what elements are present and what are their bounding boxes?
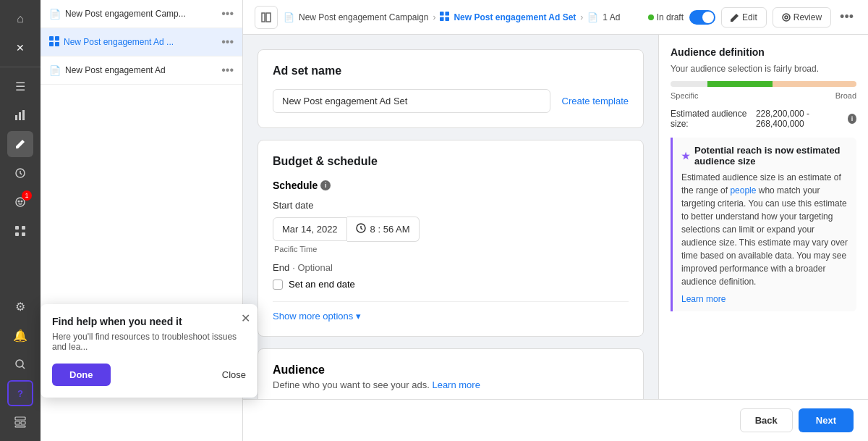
right-sidebar: Audience definition Your audience select…	[658, 35, 868, 399]
svg-rect-19	[49, 42, 54, 46]
bell-icon[interactable]: 🔔	[7, 322, 33, 348]
svg-rect-20	[55, 42, 59, 46]
draft-badge: In draft	[648, 12, 684, 22]
end-label: End · Optional	[273, 262, 629, 273]
ad-more-button[interactable]: •••	[221, 64, 234, 77]
svg-point-28	[785, 16, 788, 19]
ad-set-name-title: Ad set name	[273, 64, 629, 77]
date-input[interactable]: Mar 14, 2022	[273, 217, 347, 241]
ad-page-icon: 📄	[49, 65, 61, 76]
svg-rect-18	[55, 36, 59, 41]
estimated-audience: Estimated audience size: 228,200,000 - 2…	[671, 109, 856, 129]
apps-grid-icon[interactable]	[7, 218, 33, 244]
bc-ad-page-icon: 📄	[587, 12, 598, 22]
draft-label: In draft	[657, 12, 684, 22]
status-toggle[interactable]	[689, 10, 715, 25]
help-popup-text: Here you'll find resources to troublesho…	[52, 332, 246, 352]
svg-rect-8	[22, 226, 25, 230]
svg-rect-10	[22, 232, 25, 236]
campaign-item-campaign[interactable]: 📄 New Post engagement Camp... •••	[41, 0, 242, 28]
bc-campaign-label[interactable]: New Post engagement Campaign	[299, 12, 428, 22]
home-icon[interactable]: ⌂	[7, 6, 33, 32]
estimated-audience-value: 228,200,000 - 268,400,000	[756, 109, 845, 129]
campaign-more-button[interactable]: •••	[221, 7, 234, 20]
svg-point-6	[21, 201, 22, 202]
schedule-info-icon[interactable]: i	[320, 180, 331, 190]
ad-set-name-input[interactable]: New Post engagement Ad Set	[273, 89, 550, 113]
audience-learn-more-link[interactable]: Learn more	[432, 379, 480, 390]
left-sidebar: ⌂ ✕ ☰ 1 ⚙ 🔔 ?	[0, 0, 41, 441]
budget-schedule-title: Budget & schedule	[273, 155, 629, 168]
time-input[interactable]: 8 : 56 AM	[347, 217, 420, 242]
adset-grid-icon	[49, 36, 59, 49]
info-box-text: Estimated audience size is an estimate o…	[681, 171, 848, 288]
svg-rect-0	[15, 115, 17, 120]
svg-rect-21	[262, 13, 265, 22]
help-done-button[interactable]: Done	[52, 364, 111, 386]
review-button[interactable]: Review	[773, 7, 831, 28]
menu-icon[interactable]: ☰	[7, 73, 33, 99]
bc-adset-icon	[440, 12, 449, 23]
bc-ad-label[interactable]: 1 Ad	[603, 12, 620, 22]
content-area: Ad set name New Post engagement Ad Set C…	[243, 35, 868, 399]
svg-rect-2	[22, 110, 25, 120]
close-icon[interactable]: ✕	[7, 35, 33, 61]
svg-rect-7	[15, 226, 19, 230]
top-bar: 📄 New Post engagement Campaign › New Pos…	[243, 0, 868, 35]
bc-sep-1: ›	[433, 12, 435, 22]
audience-meter-bar	[671, 81, 856, 87]
pencil-icon[interactable]	[7, 131, 33, 157]
help-close-link[interactable]: Close	[222, 369, 246, 380]
campaign-item-adset[interactable]: New Post engagement Ad ... •••	[41, 28, 242, 56]
audience-def-title: Audience definition	[671, 46, 856, 58]
set-end-date-row: Set an end date	[273, 279, 629, 290]
learn-more-link[interactable]: Learn more	[681, 294, 848, 304]
next-button[interactable]: Next	[799, 408, 854, 432]
svg-rect-24	[446, 12, 450, 16]
svg-line-12	[22, 366, 25, 369]
star-icon: ★	[681, 151, 690, 161]
main-area: 📄 New Post engagement Campaign › New Pos…	[243, 0, 868, 441]
search-icon[interactable]	[7, 351, 33, 377]
bottom-bar: Back Next	[243, 399, 868, 441]
ad-set-name-input-row: New Post engagement Ad Set Create templa…	[273, 89, 629, 113]
audience-section: Audience Define who you want to see your…	[258, 348, 644, 399]
set-end-date-checkbox[interactable]	[273, 280, 283, 290]
help-popup: ✕ Find help when you need it Here you'll…	[41, 304, 258, 398]
bc-sep-2: ›	[580, 12, 583, 22]
edit-button[interactable]: Edit	[721, 7, 767, 28]
back-button[interactable]: Back	[740, 408, 793, 432]
help-icon[interactable]: ?	[7, 380, 33, 406]
ad-set-name-section: Ad set name New Post engagement Ad Set C…	[258, 49, 644, 128]
svg-rect-15	[21, 421, 25, 424]
form-panel: Ad set name New Post engagement Ad Set C…	[243, 35, 658, 399]
audience-title: Audience	[273, 364, 629, 377]
people-link[interactable]: people	[730, 185, 756, 196]
face-icon[interactable]: 1	[7, 189, 33, 215]
svg-rect-23	[440, 12, 444, 16]
est-audience-info-icon[interactable]: i	[848, 114, 856, 124]
help-popup-close-button[interactable]: ✕	[241, 311, 250, 325]
time-clock-icon	[356, 223, 366, 235]
chart-bar-icon[interactable]	[7, 102, 33, 128]
start-date-label: Start date	[273, 200, 629, 211]
set-end-date-label: Set an end date	[289, 279, 355, 290]
topbar-more-button[interactable]: •••	[837, 7, 856, 28]
show-more-options-button[interactable]: Show more options ▾	[273, 311, 629, 322]
campaign-label: New Post engagement Camp...	[65, 9, 217, 19]
campaign-item-ad[interactable]: 📄 New Post engagement Ad •••	[41, 56, 242, 85]
svg-rect-1	[19, 112, 21, 120]
notification-badge: 1	[22, 190, 32, 201]
draft-dot	[648, 14, 654, 20]
create-template-link[interactable]: Create template	[562, 96, 629, 106]
settings-icon[interactable]: ⚙	[7, 293, 33, 319]
layout-toggle-button[interactable]	[255, 6, 278, 29]
page-icon: 📄	[49, 9, 61, 20]
ad-label: New Post engagement Ad	[65, 65, 217, 75]
clock-icon[interactable]	[7, 160, 33, 186]
bc-adset-label[interactable]: New Post engagement Ad Set	[454, 12, 576, 22]
svg-rect-25	[440, 17, 444, 21]
adset-more-button[interactable]: •••	[221, 35, 234, 49]
help-popup-title: Find help when you need it	[52, 316, 246, 327]
layout-icon[interactable]	[7, 409, 33, 435]
